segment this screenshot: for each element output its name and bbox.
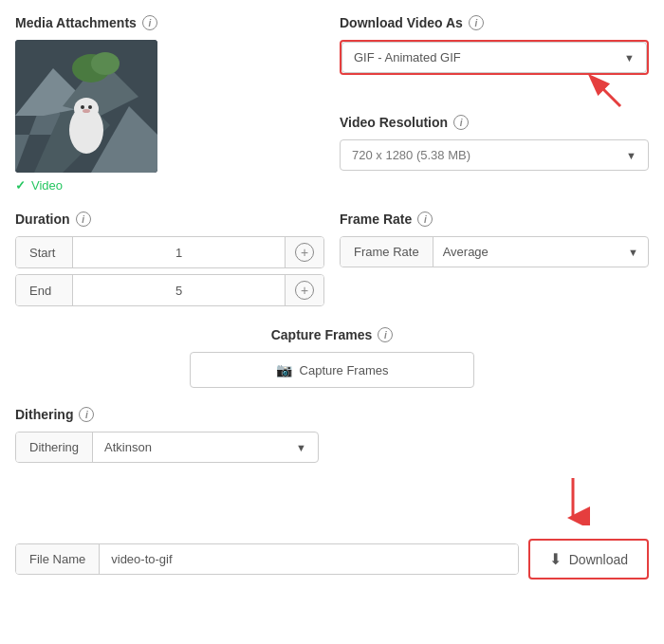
media-attachments-title: Media Attachments i bbox=[15, 15, 324, 30]
download-video-title: Download Video As i bbox=[340, 15, 649, 30]
svg-line-13 bbox=[592, 78, 620, 106]
download-button-label: Download bbox=[569, 552, 628, 567]
duration-title: Duration i bbox=[15, 212, 324, 227]
dithering-info-icon[interactable]: i bbox=[79, 407, 94, 422]
camera-icon: 📷 bbox=[276, 362, 292, 377]
thumbnail-image bbox=[15, 40, 157, 173]
start-plus-icon: + bbox=[295, 243, 314, 262]
end-value[interactable]: 5 bbox=[73, 275, 285, 305]
frame-rate-label: Frame Rate bbox=[341, 237, 433, 267]
download-button[interactable]: ⬇ Download bbox=[528, 539, 649, 580]
capture-frames-title: Capture Frames i bbox=[15, 327, 649, 342]
format-dropdown[interactable]: GIF - Animated GIF ▼ bbox=[341, 42, 647, 73]
frame-rate-dropdown-arrow: ▼ bbox=[628, 247, 638, 258]
end-plus-icon: + bbox=[295, 281, 314, 300]
frame-rate-row: Frame Rate Average ▼ bbox=[340, 236, 649, 267]
format-dropdown-arrow: ▼ bbox=[624, 52, 635, 64]
resolution-dropdown[interactable]: 720 x 1280 (5.38 MB) ▼ bbox=[340, 139, 649, 171]
format-dropdown-wrapper: GIF - Animated GIF ▼ bbox=[340, 40, 649, 75]
red-arrow-down-container bbox=[15, 478, 649, 525]
format-selected-value: GIF - Animated GIF bbox=[354, 50, 461, 64]
resolution-value: 720 x 1280 (5.38 MB) bbox=[352, 148, 470, 162]
capture-frames-button[interactable]: 📷 Capture Frames bbox=[190, 352, 474, 388]
end-label: End bbox=[16, 275, 73, 305]
duration-start-row: Start 1 + bbox=[15, 236, 324, 268]
video-resolution-title: Video Resolution i bbox=[340, 115, 649, 130]
svg-point-7 bbox=[91, 52, 120, 75]
red-arrow-up-svg bbox=[582, 73, 630, 111]
start-increment-btn[interactable]: + bbox=[285, 237, 323, 267]
svg-point-10 bbox=[81, 105, 84, 109]
capture-frames-section: Capture Frames i 📷 Capture Frames bbox=[15, 327, 649, 388]
dithering-value: Atkinson bbox=[104, 440, 152, 454]
frame-rate-info-icon[interactable]: i bbox=[417, 212, 433, 227]
filename-download-row: File Name ⬇ Download bbox=[15, 539, 649, 580]
download-icon: ⬇ bbox=[549, 550, 562, 568]
media-thumbnail bbox=[15, 40, 157, 173]
duration-end-row: End 5 + bbox=[15, 274, 324, 306]
resolution-dropdown-arrow: ▼ bbox=[626, 150, 636, 161]
media-attachments-info-icon[interactable]: i bbox=[142, 15, 157, 30]
frame-rate-section: Frame Rate i Frame Rate Average ▼ bbox=[340, 212, 649, 312]
dithering-label: Dithering bbox=[16, 432, 93, 462]
red-arrow-up-container bbox=[340, 73, 649, 111]
capture-frames-info-icon[interactable]: i bbox=[378, 327, 393, 342]
download-video-section: Download Video As i GIF - Animated GIF ▼… bbox=[340, 15, 649, 193]
red-arrow-down-svg bbox=[554, 478, 592, 525]
dithering-title: Dithering i bbox=[15, 407, 649, 422]
download-video-info-icon[interactable]: i bbox=[469, 15, 484, 30]
dithering-row: Dithering Atkinson ▼ bbox=[15, 432, 319, 463]
video-text: Video bbox=[31, 178, 63, 193]
bottom-section: File Name ⬇ Download bbox=[15, 478, 649, 580]
filename-label: File Name bbox=[16, 544, 100, 574]
dithering-dropdown[interactable]: Atkinson ▼ bbox=[93, 432, 318, 462]
svg-point-11 bbox=[88, 105, 92, 109]
check-icon: ✓ bbox=[15, 178, 26, 193]
duration-info-icon[interactable]: i bbox=[76, 212, 91, 227]
frame-rate-value: Average bbox=[443, 245, 489, 259]
start-value[interactable]: 1 bbox=[73, 237, 285, 267]
filename-input[interactable] bbox=[100, 544, 517, 574]
capture-frames-btn-label: Capture Frames bbox=[300, 363, 389, 377]
video-resolution-info-icon[interactable]: i bbox=[453, 115, 469, 130]
svg-point-12 bbox=[83, 109, 90, 113]
frame-rate-title: Frame Rate i bbox=[340, 212, 649, 227]
end-increment-btn[interactable]: + bbox=[285, 275, 323, 305]
frame-rate-dropdown[interactable]: Average ▼ bbox=[433, 237, 648, 267]
thumbnail-svg bbox=[15, 40, 157, 173]
filename-box: File Name bbox=[15, 543, 519, 575]
video-label-row: ✓ Video bbox=[15, 178, 324, 193]
dithering-section: Dithering i Dithering Atkinson ▼ bbox=[15, 407, 649, 463]
media-attachments-section: Media Attachments i bbox=[15, 15, 324, 193]
start-label: Start bbox=[16, 237, 73, 267]
dithering-dropdown-arrow: ▼ bbox=[296, 442, 306, 453]
duration-framerate-section: Duration i Start 1 + End 5 + Frame Rate … bbox=[15, 212, 649, 312]
duration-section: Duration i Start 1 + End 5 + bbox=[15, 212, 324, 312]
